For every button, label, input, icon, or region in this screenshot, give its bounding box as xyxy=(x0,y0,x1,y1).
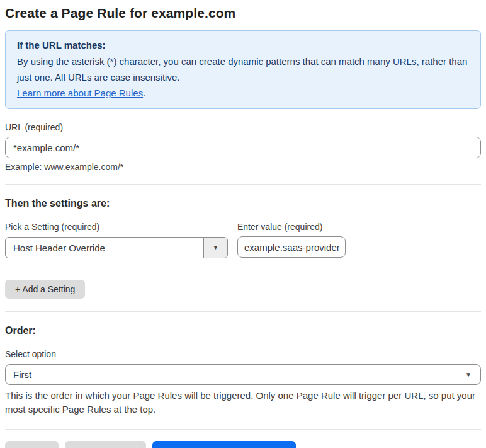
url-field-hint: Example: www.example.com/* xyxy=(5,163,481,171)
add-setting-button[interactable]: + Add a Setting xyxy=(5,280,85,299)
page-title: Create a Page Rule for example.com xyxy=(5,5,481,21)
setting-select[interactable]: Host Header Override ▼ xyxy=(5,237,228,258)
url-input[interactable] xyxy=(5,137,481,158)
setting-value-column: Enter value (required) xyxy=(237,215,346,258)
chevron-down-icon: ▼ xyxy=(213,244,219,251)
divider xyxy=(5,311,481,312)
divider xyxy=(5,429,481,430)
save-as-draft-button[interactable]: Save as Draft xyxy=(65,441,146,448)
setting-value-input[interactable] xyxy=(237,236,346,258)
order-hint: This is the order in which your Page Rul… xyxy=(5,389,481,416)
info-box-link-line: Learn more about Page Rules. xyxy=(17,85,469,101)
form-actions: Cancel Save as Draft Save and Deploy Pag… xyxy=(5,441,481,448)
order-select-value: First xyxy=(13,369,465,380)
settings-row: Pick a Setting (required) Host Header Ov… xyxy=(5,209,481,258)
info-box-body: By using the asterisk (*) character, you… xyxy=(17,54,469,85)
setting-select-column: Pick a Setting (required) Host Header Ov… xyxy=(5,209,228,258)
create-page-rule-form: Create a Page Rule for example.com If th… xyxy=(0,0,486,448)
setting-value-label: Enter value (required) xyxy=(237,222,346,231)
save-and-deploy-button[interactable]: Save and Deploy Page Rule xyxy=(152,441,296,448)
info-box-heading: If the URL matches: xyxy=(17,38,469,52)
divider xyxy=(5,184,481,185)
url-match-info-box: If the URL matches: By using the asteris… xyxy=(5,30,481,109)
setting-select-value: Host Header Override xyxy=(6,238,203,258)
settings-section-heading: Then the settings are: xyxy=(5,198,481,209)
learn-more-link[interactable]: Learn more about Page Rules xyxy=(17,88,143,98)
link-suffix: . xyxy=(143,88,145,98)
setting-select-label: Pick a Setting (required) xyxy=(5,222,228,231)
order-select-label: Select option xyxy=(5,350,481,359)
order-select[interactable]: First ▼ xyxy=(5,364,481,385)
url-field-label: URL (required) xyxy=(5,123,481,132)
cancel-button[interactable]: Cancel xyxy=(5,441,59,448)
chevron-down-icon: ▼ xyxy=(465,372,472,378)
setting-select-dropdown-button[interactable]: ▼ xyxy=(203,238,227,258)
order-section-heading: Order: xyxy=(5,325,481,336)
